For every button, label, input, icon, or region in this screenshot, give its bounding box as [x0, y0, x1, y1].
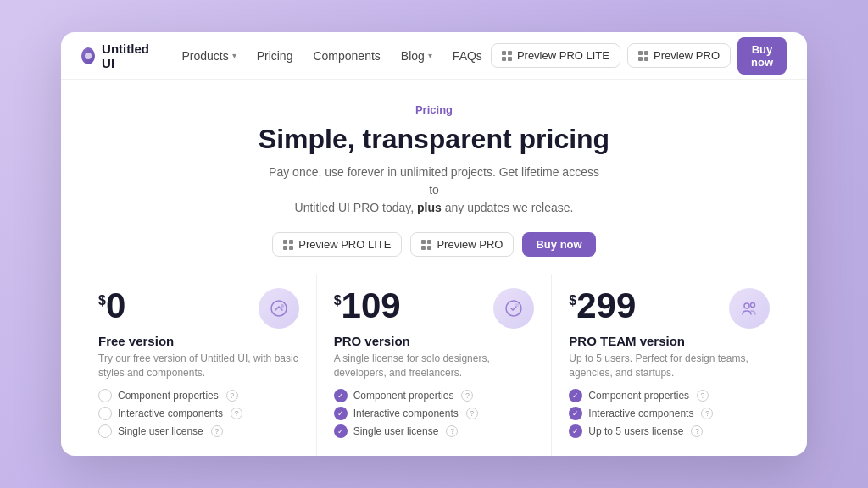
price-amount-pro: $ 109: [334, 288, 401, 324]
check-icon: ✓: [569, 389, 582, 402]
navbar: Untitled UI Products ▾ Pricing Component…: [61, 32, 807, 80]
main-content: Pricing Simple, transparent pricing Pay …: [61, 80, 807, 456]
hero-preview-lite-button[interactable]: Preview PRO LITE: [272, 232, 402, 257]
svg-point-0: [271, 301, 287, 316]
nav-components[interactable]: Components: [304, 44, 388, 68]
info-icon[interactable]: ?: [211, 425, 223, 437]
check-icon: ✓: [569, 407, 582, 420]
info-icon[interactable]: ?: [461, 390, 473, 402]
feature-item: ✓ Single user license ?: [98, 424, 299, 438]
main-card: Untitled UI Products ▾ Pricing Component…: [61, 32, 807, 456]
price-row-pro-team: $ 299: [569, 288, 770, 329]
plan-desc-pro-team: Up to 5 users. Perfect for design teams,…: [569, 352, 770, 380]
page-background: Untitled UI Products ▾ Pricing Component…: [0, 0, 868, 488]
info-icon[interactable]: ?: [231, 408, 242, 419]
pricing-card-pro: $ 109 PRO version A single license: [316, 274, 552, 456]
info-icon[interactable]: ?: [697, 390, 709, 402]
price-amount-pro-team: $ 299: [569, 288, 636, 324]
info-icon[interactable]: ?: [701, 408, 713, 419]
feature-list-pro-team: ✓ Component properties ? ✓ Interactive c…: [569, 389, 770, 438]
feature-item: ✓ Interactive components ?: [569, 407, 770, 420]
pricing-icon-pro-team: [729, 288, 770, 329]
feature-item: ✓ Component properties ?: [334, 389, 535, 402]
check-icon: ✓: [569, 424, 582, 438]
brand[interactable]: Untitled UI: [81, 42, 153, 70]
pricing-section: $ 0 Free version Try our free versi: [61, 274, 807, 456]
check-icon: ✓: [98, 424, 112, 438]
grid-icon: [502, 51, 512, 61]
brand-logo: [81, 47, 95, 64]
hero-section: Pricing Simple, transparent pricing Pay …: [61, 80, 807, 274]
feature-item: ✓ Single user license ?: [334, 424, 535, 438]
svg-point-5: [751, 303, 755, 308]
feature-list-free: ✓ Component properties ? ✓ Interactive c…: [98, 389, 299, 438]
plan-name-pro-team: PRO TEAM version: [569, 334, 770, 348]
info-icon[interactable]: ?: [466, 408, 478, 419]
svg-point-4: [744, 303, 749, 308]
grid-icon: [283, 240, 293, 250]
preview-pro-button[interactable]: Preview PRO: [627, 43, 731, 68]
pricing-card-pro-team: $ 299 PRO TEAM version: [551, 274, 787, 456]
feature-item: ✓ Interactive components ?: [334, 407, 535, 420]
pricing-icon-free: [259, 288, 299, 329]
svg-point-1: [281, 304, 284, 308]
nav-faqs[interactable]: FAQs: [444, 44, 491, 68]
check-icon: ✓: [334, 424, 348, 438]
nav-blog[interactable]: Blog ▾: [392, 44, 441, 68]
feature-item: ✓ Up to 5 users license ?: [569, 424, 770, 438]
buy-now-button[interactable]: Buy now: [737, 37, 787, 75]
chevron-down-icon: ▾: [232, 51, 236, 60]
hero-actions: Preview PRO LITE Preview PRO Buy now: [81, 232, 787, 257]
chevron-down-icon: ▾: [428, 51, 432, 60]
preview-pro-lite-button[interactable]: Preview PRO LITE: [491, 43, 620, 68]
hero-buy-now-button[interactable]: Buy now: [522, 232, 595, 257]
hero-title: Simple, transparent pricing: [81, 123, 787, 155]
check-icon: ✓: [334, 407, 348, 420]
feature-item: ✓ Component properties ?: [98, 389, 299, 402]
pricing-icon-pro: [493, 288, 534, 329]
feature-list-pro: ✓ Component properties ? ✓ Interactive c…: [334, 389, 535, 438]
pricing-label: Pricing: [81, 103, 787, 116]
info-icon[interactable]: ?: [446, 425, 458, 437]
plan-name-free: Free version: [98, 334, 299, 348]
brand-name: Untitled UI: [102, 42, 153, 70]
price-row-pro: $ 109: [334, 288, 535, 329]
hero-subtitle: Pay once, use forever in unlimited proje…: [264, 164, 604, 217]
grid-icon: [421, 240, 431, 250]
plan-desc-free: Try our free version of Untitled UI, wit…: [98, 352, 299, 380]
price-amount-free: $ 0: [98, 288, 125, 324]
plan-name-pro: PRO version: [334, 334, 535, 348]
hero-preview-pro-button[interactable]: Preview PRO: [410, 232, 514, 257]
plan-desc-pro: A single license for solo designers, dev…: [334, 352, 535, 380]
feature-item: ✓ Interactive components ?: [98, 407, 299, 420]
check-icon: ✓: [98, 389, 112, 402]
check-icon: ✓: [98, 407, 112, 420]
nav-actions: Preview PRO LITE Preview PRO Buy now: [491, 37, 787, 75]
info-icon[interactable]: ?: [226, 390, 238, 402]
nav-products[interactable]: Products ▾: [173, 44, 244, 68]
svg-point-3: [515, 303, 519, 307]
pricing-card-free: $ 0 Free version Try our free versi: [81, 274, 316, 456]
check-icon: ✓: [334, 389, 348, 402]
grid-icon: [638, 51, 648, 61]
nav-links: Products ▾ Pricing Components Blog ▾ FAQ…: [173, 44, 490, 68]
price-row-free: $ 0: [98, 288, 299, 329]
nav-pricing[interactable]: Pricing: [248, 44, 302, 68]
feature-item: ✓ Component properties ?: [569, 389, 770, 402]
info-icon[interactable]: ?: [691, 425, 703, 437]
